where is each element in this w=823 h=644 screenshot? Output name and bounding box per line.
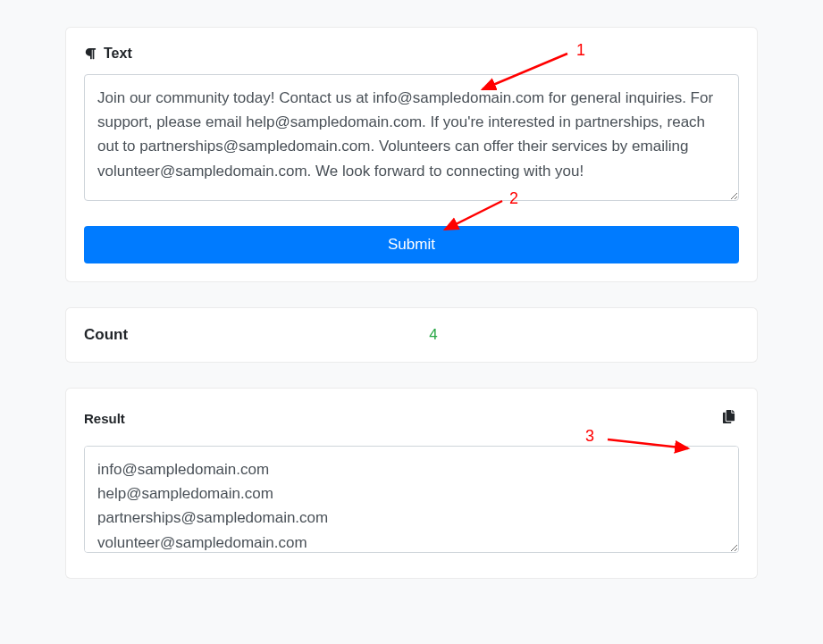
result-card: Result: [65, 388, 758, 579]
count-value: 4: [128, 326, 739, 344]
result-header: Result: [84, 406, 739, 430]
copy-button[interactable]: [718, 406, 739, 430]
text-input[interactable]: [84, 74, 739, 201]
submit-button[interactable]: Submit: [84, 226, 739, 263]
copy-icon: [722, 413, 735, 426]
count-card: Count 4: [65, 307, 758, 363]
text-label-row: Text: [84, 46, 739, 62]
result-label: Result: [84, 411, 125, 426]
result-output[interactable]: [84, 446, 739, 553]
paragraph-icon: [84, 47, 97, 60]
input-card: Text Submit: [65, 27, 758, 282]
count-row: Count 4: [84, 326, 739, 344]
text-label: Text: [104, 46, 132, 62]
count-label: Count: [84, 326, 128, 344]
